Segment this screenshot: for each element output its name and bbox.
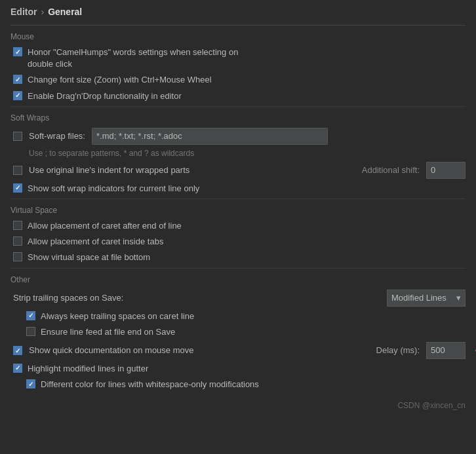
top-divider <box>10 25 466 26</box>
diff-color-checkbox[interactable] <box>26 379 35 388</box>
font-zoom-label: Change font size (Zoom) with Ctrl+Mouse … <box>28 74 466 86</box>
delay-input[interactable] <box>426 342 466 359</box>
caret-end-checkbox[interactable] <box>13 221 22 230</box>
drag-drop-label: Enable Drag'n'Drop functionality in edit… <box>28 90 466 102</box>
keep-trailing-label: Always keep trailing spaces on caret lin… <box>41 311 466 322</box>
highlight-modified-row: Highlight modified lines in gutter <box>10 363 466 375</box>
soft-wrap-files-label: Soft-wrap files: <box>29 131 85 141</box>
quick-doc-label: Show quick documentation on mouse move <box>29 345 370 356</box>
breadcrumb-parent: Editor <box>10 7 37 17</box>
mouse-divider <box>10 106 466 107</box>
mouse-item-0: Honor "CamelHumps" words settings when s… <box>10 47 466 70</box>
caret-end-label: Allow placement of caret after end of li… <box>28 220 466 232</box>
mouse-item-1: Change font size (Zoom) with Ctrl+Mouse … <box>10 74 466 86</box>
diff-color-label: Different color for lines with whitespac… <box>41 379 466 390</box>
camel-humps-label: Honor "CamelHumps" words settings when s… <box>28 47 466 70</box>
highlight-modified-label: Highlight modified lines in gutter <box>28 363 466 375</box>
caret-tabs-checkbox[interactable] <box>13 236 22 246</box>
caret-tabs-row: Allow placement of caret inside tabs <box>10 236 466 248</box>
soft-wraps-section-title: Soft Wraps <box>10 113 466 123</box>
strip-trailing-label: Strip trailing spaces on Save: <box>13 293 123 303</box>
soft-wrap-files-input[interactable] <box>92 128 328 145</box>
mouse-item-2: Enable Drag'n'Drop functionality in edit… <box>10 90 466 102</box>
soft-wrap-files-row: Soft-wrap files: <box>10 128 466 145</box>
line-feed-checkbox[interactable] <box>26 327 35 336</box>
caret-tabs-label: Allow placement of caret inside tabs <box>28 236 466 248</box>
original-indent-label: Use original line's indent for wrapped p… <box>29 164 355 176</box>
virtual-file-bottom-label: Show virtual space at file bottom <box>28 252 466 263</box>
soft-wrap-indicator-label: Show soft wrap indicators for current li… <box>28 183 466 195</box>
virtual-space-section-title: Virtual Space <box>10 206 466 215</box>
highlight-modified-checkbox[interactable] <box>13 364 22 373</box>
breadcrumb: Editor › General <box>10 7 466 17</box>
additional-shift-input[interactable] <box>426 162 466 179</box>
virtual-space-divider <box>10 268 466 269</box>
soft-wrap-files-checkbox[interactable] <box>13 132 22 141</box>
original-indent-checkbox[interactable] <box>13 166 22 175</box>
soft-wrap-indicator-checkbox[interactable] <box>13 183 22 193</box>
settings-page: Editor › General Mouse Honor "CamelHumps… <box>0 0 476 421</box>
breadcrumb-current: General <box>48 7 82 17</box>
mouse-section-title: Mouse <box>10 32 466 41</box>
soft-wraps-divider <box>10 199 466 199</box>
strip-trailing-select[interactable]: Modified Lines ▾ <box>387 290 466 307</box>
diff-color-row: Different color for lines with whitespac… <box>10 379 466 390</box>
other-section-title: Other <box>10 275 466 284</box>
caret-end-row: Allow placement of caret after end of li… <box>10 220 466 232</box>
quick-doc-checkbox[interactable] <box>13 346 22 355</box>
breadcrumb-separator: › <box>41 7 44 17</box>
line-feed-label: Ensure line feed at file end on Save <box>41 326 466 338</box>
strip-trailing-value: Modified Lines <box>391 293 446 303</box>
drag-drop-checkbox[interactable] <box>13 91 22 100</box>
soft-wrap-hint: Use ; to separate patterns, * and ? as w… <box>10 149 466 158</box>
red-arrow-indicator <box>472 341 476 360</box>
virtual-file-bottom-checkbox[interactable] <box>13 252 22 261</box>
line-feed-row: Ensure line feed at file end on Save <box>10 326 466 338</box>
additional-shift-label: Additional shift: <box>362 165 420 175</box>
virtual-file-bottom-row: Show virtual space at file bottom <box>10 252 466 263</box>
soft-wrap-indicator-row: Show soft wrap indicators for current li… <box>10 183 466 195</box>
delay-label: Delay (ms): <box>376 345 420 355</box>
strip-trailing-arrow: ▾ <box>451 293 461 303</box>
keep-trailing-row: Always keep trailing spaces on caret lin… <box>10 311 466 322</box>
watermark: CSDN @xincen_cn <box>10 401 466 410</box>
keep-trailing-checkbox[interactable] <box>26 311 35 320</box>
quick-doc-row: Show quick documentation on mouse move D… <box>10 342 466 359</box>
font-zoom-checkbox[interactable] <box>13 75 22 84</box>
strip-trailing-row: Strip trailing spaces on Save: Modified … <box>10 290 466 307</box>
camel-humps-checkbox[interactable] <box>13 47 22 56</box>
